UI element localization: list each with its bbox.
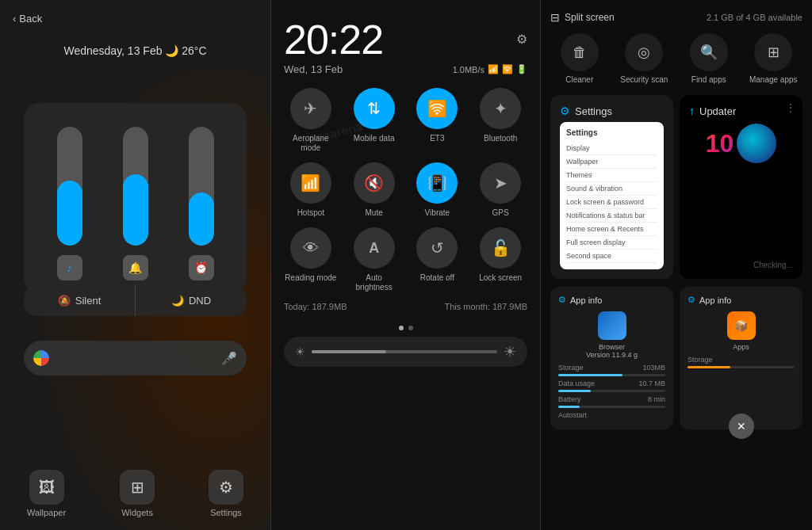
widgets-dock-item[interactable]: ⊞ Widgets (120, 470, 155, 517)
wifi-icon: 🛜 (502, 64, 513, 74)
storage-bar (558, 374, 665, 376)
wifi-tile[interactable]: 🛜 ET3 (411, 88, 465, 153)
alarm-slider[interactable] (189, 127, 214, 246)
search-bar[interactable]: 🎤 (24, 341, 247, 376)
dot-2 (408, 326, 413, 330)
updater-card-icon: ↑ (689, 105, 695, 117)
speed-text: 1.0MB/s (453, 65, 485, 74)
settings-dock-item[interactable]: ⚙ Settings (209, 470, 243, 517)
find-apps-item[interactable]: 🔍 Find apps (680, 33, 738, 84)
cleaner-icon: 🗑 (561, 33, 599, 71)
time-display: 20:22 (284, 16, 383, 63)
security-scan-item[interactable]: ◎ Security scan (615, 33, 674, 84)
updater-card-title: ↑ Updater (689, 105, 793, 117)
settings-item-second-space: Second space (566, 250, 657, 263)
data-usage-row: Today: 187.9MB This month: 187.9MB (284, 302, 527, 311)
settings-item-fullscreen: Full screen display (566, 236, 657, 250)
settings-gear-icon[interactable]: ⚙ (516, 32, 527, 47)
storage-fill (558, 374, 622, 376)
mobile-data-tile[interactable]: ⇅ Mobile data (347, 88, 401, 153)
auto-brightness-tile[interactable]: A Auto brightness (347, 227, 401, 292)
close-fab-button[interactable]: ✕ (729, 414, 754, 439)
settings-item-themes: Themes (566, 169, 657, 182)
auto-brightness-icon: A (354, 227, 395, 269)
hotspot-tile[interactable]: 📶 Hotspot (284, 162, 338, 218)
reading-mode-tile[interactable]: 👁 Reading mode (284, 227, 338, 292)
gps-label: GPS (492, 208, 509, 218)
manage-apps-icon: ⊞ (754, 33, 792, 71)
manage-apps-item[interactable]: ⊞ Manage apps (745, 33, 803, 84)
bluetooth-tile[interactable]: ✦ Bluetooth (473, 88, 527, 153)
datausage-fill (558, 390, 591, 392)
wallpaper-icon: 🖼 (29, 470, 64, 505)
settings-label: Settings (210, 508, 242, 517)
p2-top-row: Wed, 13 Feb 1.0MB/s 📶 🛜 🔋 (284, 63, 527, 75)
airplane-icon: ✈ (290, 88, 331, 129)
back-button[interactable]: ‹ Back (13, 13, 42, 25)
wifi-tile-icon: 🛜 (416, 88, 458, 129)
appinfo-label2: ⚙ App info (688, 295, 795, 305)
airplane-tile[interactable]: ✈ Aeroplane mode (284, 88, 338, 153)
rotate-tile[interactable]: ↺ Rotate off (411, 227, 465, 292)
split-screen-icon: ⊟ (550, 11, 560, 24)
gps-tile[interactable]: ➤ GPS (473, 162, 527, 218)
page-dots (284, 326, 527, 330)
settings-item-display: Display (566, 142, 657, 155)
back-chevron-icon: ‹ (13, 13, 16, 25)
cleaner-label: Cleaner (565, 75, 593, 84)
miui-ball (737, 124, 776, 163)
wifi-label: ET3 (430, 134, 444, 143)
appinfo-icon1: ⚙ (558, 295, 566, 305)
split-screen-label: ⊟ Split screen (550, 11, 615, 24)
apps-label: Apps (688, 343, 795, 351)
panel1-lockscreen: fonearena ‹ Back Wednesday, 13 Feb 🌙 26°… (0, 0, 270, 530)
settings-item-wallpaper: Wallpaper (566, 155, 657, 169)
battery-bar (558, 406, 665, 408)
brightness-high-icon: ☀ (504, 343, 516, 360)
settings-mini-panel: Settings Display Wallpaper Themes Sound … (560, 122, 664, 269)
security-scan-icon: ◎ (625, 33, 663, 71)
dnd-button[interactable]: 🌙 DND (136, 285, 247, 316)
volume-fill (57, 181, 82, 246)
settings-card-title: ⚙ Settings (560, 105, 664, 117)
temperature-text: 26°C (182, 44, 206, 57)
checking-label: Checking... (753, 261, 793, 269)
storage-value: 103MB (642, 364, 665, 372)
settings-card-icon: ⚙ (560, 105, 570, 117)
vibrate-label: Vibrate (425, 208, 450, 218)
volume-slider[interactable] (57, 127, 82, 246)
settings-item-sound: Sound & vibration (566, 182, 657, 196)
storage-label: Storage (558, 364, 584, 372)
browser-app-icon (598, 311, 626, 340)
lock-screen-tile[interactable]: 🔓 Lock screen (473, 227, 527, 292)
mic-icon[interactable]: 🎤 (221, 351, 237, 366)
quick-settings-grid: ✈ Aeroplane mode ⇅ Mobile data 🛜 ET3 ✦ B… (284, 88, 527, 292)
app-info-card1[interactable]: ⚙ App info Browser Version 11.9.4 g Stor… (550, 287, 673, 429)
mute-icon: 🔇 (354, 162, 395, 204)
reading-mode-label: Reading mode (285, 273, 336, 283)
ringtone-slider[interactable] (123, 127, 148, 246)
brightness-slider[interactable] (312, 350, 497, 353)
signal-icon: 📶 (488, 64, 499, 74)
brightness-control[interactable]: ☀ ☀ (284, 337, 527, 367)
mute-tile[interactable]: 🔇 Mute (347, 162, 401, 218)
app-info-card2[interactable]: ✕ ⚙ App info 📦 Apps Storage (680, 287, 802, 429)
wallpaper-dock-item[interactable]: 🖼 Wallpaper (27, 470, 66, 517)
silent-button[interactable]: 🔕 Silent (24, 285, 136, 316)
auto-brightness-label: Auto brightness (347, 273, 401, 292)
settings-icon: ⚙ (209, 470, 243, 505)
back-label: Back (19, 13, 42, 25)
security-scan-label: Security scan (620, 75, 668, 84)
apps-storage-label: Storage (688, 356, 713, 364)
rotate-label: Rotate off (420, 273, 454, 283)
cleaner-item[interactable]: 🗑 Cleaner (550, 33, 609, 84)
settings-card[interactable]: ⚙ Settings Settings Display Wallpaper Th… (550, 95, 673, 279)
vibrate-tile[interactable]: 📳 Vibrate (411, 162, 465, 218)
rotate-icon: ↺ (416, 227, 458, 269)
settings-mini-title: Settings (566, 128, 657, 137)
music-icon: ♪ (57, 255, 82, 280)
kebab-menu-icon[interactable]: ⋮ (785, 101, 796, 114)
updater-card[interactable]: ↑ Updater ⋮ 10 Checking... (680, 95, 802, 279)
bluetooth-icon: ✦ (480, 88, 521, 129)
storage-stat-row: Storage 103MB (558, 364, 665, 372)
